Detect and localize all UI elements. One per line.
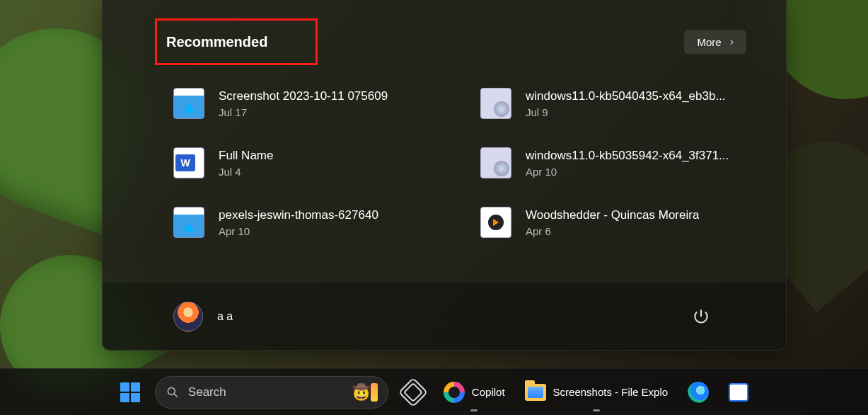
update-package-icon — [480, 88, 511, 119]
recommended-item-date: Apr 6 — [526, 225, 699, 237]
user-account-button[interactable]: a a — [173, 302, 233, 331]
recommended-item[interactable]: windows11.0-kb5040435-x64_eb3b... Jul 9 — [480, 76, 785, 130]
user-name-label: a a — [217, 310, 233, 323]
more-button-label: More — [697, 36, 721, 48]
copilot-label: Copilot — [472, 386, 505, 398]
search-placeholder: Search — [188, 385, 343, 399]
video-file-icon — [480, 207, 511, 238]
copilot-button[interactable]: Copilot — [438, 376, 511, 409]
taskbar-search[interactable]: Search 🤠 — [155, 376, 388, 409]
svg-point-0 — [168, 387, 175, 394]
recommended-item[interactable]: Screenshot 2023-10-11 075609 Jul 17 — [173, 76, 478, 130]
recommended-item-date: Jul 9 — [526, 106, 726, 118]
recommended-item-name: pexels-jeswin-thomas-627640 — [219, 208, 378, 222]
search-icon — [166, 385, 180, 399]
recommended-item-date: Jul 17 — [219, 106, 388, 118]
recommended-item-name: Screenshot 2023-10-11 075609 — [219, 89, 388, 103]
recommended-item-date: Apr 10 — [219, 225, 378, 237]
start-button[interactable] — [114, 376, 146, 409]
store-icon — [729, 383, 748, 402]
start-menu-panel: Recommended More › Screenshot 2023-10-11… — [102, 0, 787, 351]
widgets-button[interactable] — [397, 376, 429, 409]
image-file-icon — [173, 207, 204, 238]
recommended-item-date: Apr 10 — [526, 166, 729, 178]
edge-button[interactable] — [682, 376, 714, 409]
recommended-heading: Recommended — [166, 34, 267, 50]
edge-icon — [688, 382, 709, 403]
recommended-item[interactable]: windows11.0-kb5035942-x64_3f371... Apr 1… — [480, 136, 785, 190]
search-highlight-icon: 🤠 — [352, 383, 378, 402]
recommended-item[interactable]: Full Name Jul 4 — [173, 136, 478, 190]
image-file-icon — [173, 88, 204, 119]
file-explorer-label: Screenshots - File Explo — [553, 386, 669, 398]
widgets-icon — [398, 377, 428, 407]
chevron-right-icon: › — [730, 35, 734, 48]
recommended-item-name: windows11.0-kb5035942-x64_3f371... — [526, 149, 729, 163]
power-icon — [692, 307, 710, 326]
recommended-item-name: windows11.0-kb5040435-x64_eb3b... — [526, 89, 726, 103]
recommended-item-name: Full Name — [219, 149, 273, 163]
recommended-item[interactable]: pexels-jeswin-thomas-627640 Apr 10 — [173, 195, 478, 249]
recommended-item[interactable]: Woodshedder - Quincas Moreira Apr 6 — [480, 195, 785, 249]
power-button[interactable] — [687, 302, 715, 331]
taskbar: Search 🤠 Copilot Screenshots - File Expl… — [0, 368, 868, 415]
update-package-icon — [480, 147, 511, 178]
word-file-icon — [173, 147, 204, 178]
file-explorer-button[interactable]: Screenshots - File Explo — [519, 376, 674, 409]
recommended-item-name: Woodshedder - Quincas Moreira — [526, 208, 699, 222]
user-avatar-icon — [173, 302, 203, 331]
svg-line-1 — [174, 394, 178, 397]
windows-logo-icon — [120, 382, 140, 402]
folder-icon — [525, 384, 546, 401]
more-button[interactable]: More › — [684, 30, 746, 54]
microsoft-store-button[interactable] — [723, 376, 754, 409]
running-indicator — [470, 409, 478, 411]
copilot-icon — [444, 382, 465, 403]
recommended-item-date: Jul 4 — [219, 166, 273, 178]
running-indicator — [593, 409, 600, 411]
